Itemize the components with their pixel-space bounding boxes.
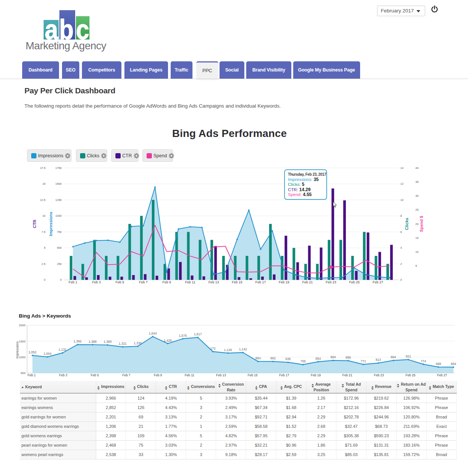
svg-text:10: 10 <box>400 198 403 202</box>
svg-text:5: 5 <box>415 264 417 268</box>
svg-text:Feb 11: Feb 11 <box>185 280 195 284</box>
svg-text:Feb 7: Feb 7 <box>139 280 148 284</box>
svg-text:Feb 5: Feb 5 <box>115 280 124 284</box>
svg-text:10: 10 <box>42 214 45 217</box>
svg-text:Feb 21: Feb 21 <box>302 280 313 284</box>
svg-text:Feb 23: Feb 23 <box>326 280 336 284</box>
svg-text:0: 0 <box>44 278 45 281</box>
svg-text:17.5: 17.5 <box>40 166 45 170</box>
svg-text:1500: 1500 <box>55 182 62 186</box>
svg-text:Impressions: Impressions <box>48 212 53 236</box>
svg-text:10: 10 <box>415 250 418 254</box>
svg-text:500: 500 <box>57 246 62 249</box>
svg-text:7.5: 7.5 <box>42 230 45 234</box>
svg-text:Feb 13: Feb 13 <box>208 280 219 284</box>
svg-text:12: 12 <box>400 182 403 186</box>
svg-text:Feb 15: Feb 15 <box>232 280 242 284</box>
svg-text:750: 750 <box>57 230 62 234</box>
svg-text:8: 8 <box>400 214 402 217</box>
svg-text:30: 30 <box>415 194 418 198</box>
svg-text:Feb 19: Feb 19 <box>279 280 289 284</box>
svg-text:2.5: 2.5 <box>42 262 45 266</box>
svg-text:1750: 1750 <box>55 166 62 170</box>
svg-text:0: 0 <box>60 278 62 281</box>
svg-text:0: 0 <box>400 278 402 281</box>
svg-text:Spend $: Spend $ <box>419 216 424 232</box>
svg-text:25: 25 <box>415 208 418 211</box>
svg-text:Feb 3: Feb 3 <box>92 280 101 284</box>
svg-text:1250: 1250 <box>55 198 62 202</box>
svg-text:15: 15 <box>42 182 45 186</box>
svg-text:4: 4 <box>400 246 402 249</box>
svg-text:6: 6 <box>400 230 402 234</box>
svg-text:CTR: CTR <box>32 220 37 228</box>
svg-text:250: 250 <box>57 262 62 266</box>
svg-text:2: 2 <box>400 262 402 266</box>
svg-text:15: 15 <box>415 236 418 240</box>
svg-text:35: 35 <box>415 180 418 184</box>
svg-text:Clicks: Clicks <box>404 218 409 230</box>
svg-text:20: 20 <box>415 222 418 226</box>
svg-text:Feb 17: Feb 17 <box>255 280 266 284</box>
svg-text:14: 14 <box>400 166 403 170</box>
svg-text:1000: 1000 <box>55 214 62 217</box>
svg-text:Feb 25: Feb 25 <box>349 280 360 284</box>
svg-text:Feb 27: Feb 27 <box>373 280 383 284</box>
svg-text:5: 5 <box>44 246 45 249</box>
svg-text:40: 40 <box>415 166 418 170</box>
svg-text:Feb 9: Feb 9 <box>162 280 171 284</box>
svg-text:12.5: 12.5 <box>40 198 45 202</box>
svg-text:Feb 1: Feb 1 <box>68 280 77 284</box>
